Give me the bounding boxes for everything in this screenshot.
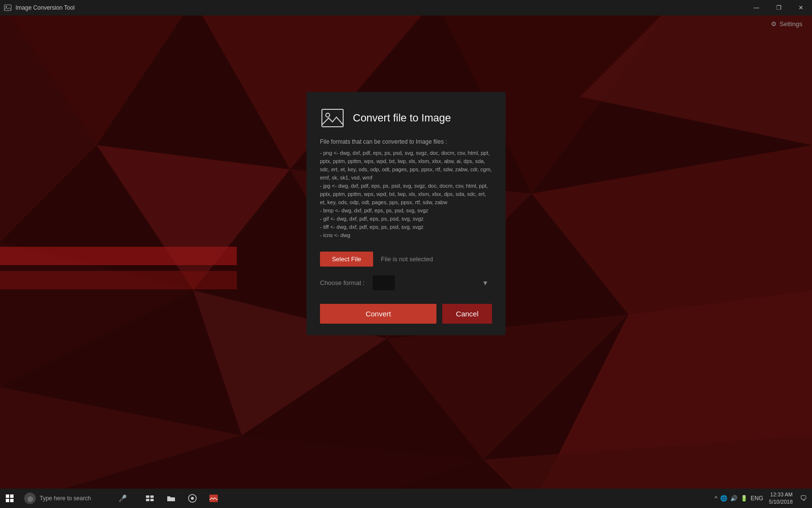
settings-label: Settings	[780, 20, 802, 28]
svg-rect-25	[146, 495, 149, 498]
format-section: Choose format : png jpg bmp gif tiff icn…	[306, 267, 506, 290]
minimize-button[interactable]: —	[745, 0, 768, 15]
format-line: - png <- dwg, dxf, pdf, eps, ps, psd, sv…	[320, 149, 492, 182]
svg-point-18	[6, 6, 7, 8]
file-section: Select File File is not selected	[306, 252, 506, 267]
task-view-icon	[146, 495, 154, 501]
format-line: - gif <- dwg, dxf, pdf, eps, ps, psd, sv…	[320, 215, 492, 223]
format-line: - icns <- dwg	[320, 231, 492, 239]
windows-icon	[6, 494, 14, 502]
side-panel-2	[0, 271, 237, 289]
folder-icon	[167, 494, 175, 502]
dialog-header: Convert file to Image	[306, 92, 506, 138]
start-button[interactable]	[0, 489, 19, 508]
task-view-button[interactable]	[139, 489, 160, 508]
taskbar-apps	[139, 489, 224, 508]
formats-list: - png <- dwg, dxf, pdf, eps, ps, psd, sv…	[320, 149, 492, 240]
chrome-button[interactable]	[182, 489, 203, 508]
close-button[interactable]: ✕	[790, 0, 812, 15]
file-explorer-button[interactable]	[160, 489, 182, 508]
file-status: File is not selected	[381, 255, 433, 263]
formats-heading: File formats that can be converted to Im…	[320, 138, 492, 145]
svg-rect-28	[150, 499, 154, 501]
gear-icon: ⚙	[771, 20, 777, 28]
battery-icon: 🔋	[740, 495, 748, 502]
taskbar: ◎ Type here to search 🎤	[0, 489, 812, 508]
svg-point-20	[326, 113, 330, 117]
svg-rect-26	[150, 495, 154, 498]
svg-rect-17	[4, 5, 11, 11]
taskbar-search[interactable]: ◎ Type here to search 🎤	[19, 489, 135, 508]
svg-rect-19	[322, 109, 343, 127]
search-placeholder-text: Type here to search	[40, 495, 91, 502]
side-panel-1	[0, 247, 237, 265]
format-select-wrapper: png jpg bmp gif tiff icns	[373, 275, 493, 290]
volume-icon[interactable]: 🔊	[730, 495, 738, 502]
window-controls: — ❐ ✕	[745, 0, 812, 15]
app-icon-taskbar	[209, 494, 218, 503]
image-icon	[320, 105, 345, 131]
app-icon	[4, 4, 12, 12]
settings-button[interactable]: ⚙ Settings	[771, 20, 802, 28]
svg-point-30	[191, 497, 194, 500]
microphone-icon: 🎤	[118, 494, 130, 502]
notification-icon: 🗨	[800, 494, 807, 502]
window-title: Image Conversion Tool	[15, 4, 75, 11]
select-file-button[interactable]: Select File	[320, 252, 373, 267]
chrome-icon	[188, 494, 197, 503]
dialog-footer: Convert Cancel	[306, 290, 506, 324]
format-label: Choose format :	[320, 279, 365, 286]
sys-icons: ^ 🌐 🔊 🔋 ENG	[710, 495, 767, 502]
svg-rect-21	[6, 494, 9, 498]
format-line: - bmp <- dwg, dxf, pdf, eps, ps, psd, sv…	[320, 207, 492, 215]
clock: 12:33 AM 5/10/2018	[769, 491, 797, 506]
convert-dialog: Convert file to Image File formats that …	[306, 92, 506, 335]
chevron-up-icon[interactable]: ^	[714, 495, 717, 502]
notification-button[interactable]: 🗨	[798, 489, 808, 508]
dialog-title: Convert file to Image	[353, 112, 451, 124]
app-button[interactable]	[203, 489, 224, 508]
format-select[interactable]: png jpg bmp gif tiff icns	[373, 275, 395, 290]
language-label: ENG	[751, 495, 763, 502]
format-line: - tiff <- dwg, dxf, pdf, eps, ps, psd, s…	[320, 223, 492, 231]
format-line: - jpg <- dwg, dxf, pdf, eps, ps, psd, sv…	[320, 182, 492, 207]
svg-rect-27	[146, 499, 149, 501]
title-bar: Image Conversion Tool — ❐ ✕	[0, 0, 812, 15]
time-display: 12:33 AM	[769, 491, 793, 498]
system-tray: ^ 🌐 🔊 🔋 ENG 12:33 AM 5/10/2018 🗨	[710, 489, 812, 508]
svg-rect-22	[10, 494, 14, 498]
dialog-body: File formats that can be converted to Im…	[306, 138, 506, 240]
cancel-button[interactable]: Cancel	[442, 304, 492, 324]
network-icon: 🌐	[720, 495, 727, 502]
svg-rect-24	[10, 499, 14, 502]
maximize-button[interactable]: ❐	[768, 0, 790, 15]
date-display: 5/10/2018	[769, 498, 793, 506]
cortana-icon: ◎	[24, 493, 36, 504]
convert-button[interactable]: Convert	[320, 304, 436, 324]
svg-rect-23	[6, 499, 9, 502]
